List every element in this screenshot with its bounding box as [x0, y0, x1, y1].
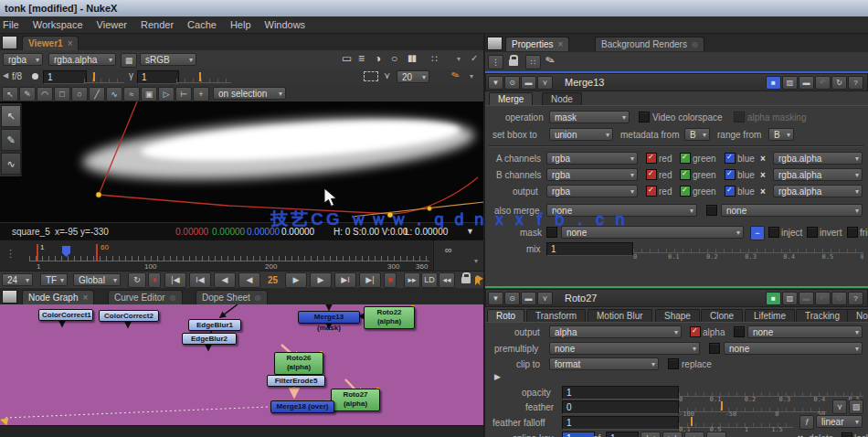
- menu-file[interactable]: File: [3, 19, 19, 30]
- proxy-icon[interactable]: ⋎: [384, 70, 390, 80]
- video-colorspace-checkbox[interactable]: [639, 112, 650, 123]
- node-roto22[interactable]: Roto22(alpha): [364, 306, 415, 329]
- panel-menu-button[interactable]: [2, 290, 17, 304]
- viewer-tab[interactable]: Viewer1 ×: [22, 36, 79, 50]
- float-icon[interactable]: ◎: [255, 291, 261, 304]
- collapse-icon[interactable]: ▼: [488, 76, 503, 90]
- delete-x-icon[interactable]: ×: [798, 433, 803, 437]
- group-expand-icon[interactable]: ▶: [494, 372, 501, 381]
- menu-windows[interactable]: Windows: [265, 19, 306, 30]
- redo-icon[interactable]: ↻: [831, 292, 847, 305]
- collapse-icon[interactable]: ▼: [488, 292, 503, 305]
- roto-output-dropdown[interactable]: alpha: [549, 325, 682, 338]
- colorspace-dropdown[interactable]: sRGB: [140, 53, 196, 66]
- a-red-checkbox[interactable]: [646, 153, 657, 164]
- node-roto26[interactable]: Roto26(alpha): [274, 352, 323, 375]
- float-icon[interactable]: ◎: [692, 37, 698, 51]
- gamma-slider-handle[interactable]: [199, 72, 201, 81]
- clone-tool-icon[interactable]: ▣: [141, 87, 157, 101]
- a-blue-checkbox[interactable]: [725, 153, 736, 164]
- menu-viewer[interactable]: Viewer: [97, 19, 127, 30]
- gamma-slider[interactable]: [176, 70, 231, 83]
- remove-key-button[interactable]: −: [706, 432, 726, 437]
- a-channels-dropdown[interactable]: rgba: [546, 152, 638, 165]
- tab-tracking[interactable]: Tracking: [796, 309, 849, 322]
- b-red-checkbox[interactable]: [646, 169, 657, 180]
- grid-small-icon[interactable]: ▨: [849, 400, 863, 414]
- center-node-icon[interactable]: ⊙: [504, 76, 520, 90]
- mix-slider[interactable]: [633, 240, 863, 253]
- record-icon[interactable]: ●: [148, 272, 161, 288]
- node-filtererode5[interactable]: FilterErode5: [267, 375, 325, 387]
- mask-checkbox[interactable]: [546, 227, 557, 238]
- operation-dropdown[interactable]: mask: [549, 111, 630, 123]
- timeline[interactable]: ⋮ 1 60 1 100 200 300 360 ∞ ▾: [0, 240, 484, 272]
- node-roto27[interactable]: Roto27(alpha): [331, 389, 380, 411]
- b-alpha-dropdown[interactable]: rgba.alpha: [773, 168, 863, 181]
- replace-checkbox[interactable]: [668, 358, 679, 369]
- fringe-checkbox[interactable]: [847, 227, 858, 238]
- channels-dropdown[interactable]: rgba: [3, 53, 43, 66]
- pause-icon[interactable]: ▮▮: [408, 53, 416, 63]
- viewer-canvas[interactable]: ↖ ✎ ∿: [0, 101, 484, 222]
- node-merge18[interactable]: Merge18 (over): [270, 400, 334, 413]
- add-key-button[interactable]: +: [684, 432, 704, 437]
- a-alpha-dropdown[interactable]: rgba.alpha: [773, 152, 863, 165]
- stack-icon[interactable]: ⋮: [488, 55, 503, 69]
- undo-icon[interactable]: ↶: [815, 76, 831, 90]
- curve-tool-icon[interactable]: ∿: [1, 153, 21, 175]
- b-channels-dropdown[interactable]: rgba: [546, 168, 638, 181]
- falloff-type-dropdown[interactable]: linear: [816, 415, 863, 428]
- range-out-marker[interactable]: [96, 244, 98, 261]
- panel-menu-button[interactable]: [2, 36, 17, 49]
- node-edgeblur2[interactable]: EdgeBlur2: [182, 333, 237, 345]
- range-in-marker[interactable]: [37, 244, 38, 261]
- output-channels-dropdown[interactable]: rgba: [546, 185, 638, 197]
- minimize-icon[interactable]: ▬: [521, 76, 536, 90]
- node-title[interactable]: Merge13: [565, 77, 604, 88]
- mask-dropdown[interactable]: none: [561, 226, 744, 239]
- a-alpha-x-icon[interactable]: ×: [760, 154, 766, 164]
- checker-icon[interactable]: ▦: [121, 53, 137, 68]
- layout-rows-icon[interactable]: ≡: [358, 52, 365, 65]
- curves-icon[interactable]: ⋎: [537, 292, 553, 305]
- prev-keyframe-button[interactable]: I◀: [189, 272, 211, 288]
- also-merge-checkbox[interactable]: [706, 205, 717, 216]
- close-icon[interactable]: ×: [82, 291, 88, 304]
- tab-motion-blur[interactable]: Motion Blur: [587, 309, 652, 322]
- stop-icon[interactable]: ■: [384, 272, 397, 288]
- roto-mask-checkbox[interactable]: [734, 326, 745, 337]
- node-color-swatch[interactable]: ■: [766, 292, 781, 305]
- float-icon[interactable]: ◎: [170, 291, 176, 304]
- ellipse-tool-icon[interactable]: ○: [71, 87, 88, 101]
- ring-icon[interactable]: ○: [391, 52, 397, 65]
- spline-point[interactable]: [96, 192, 101, 197]
- output-alpha-x-icon[interactable]: ×: [760, 187, 766, 197]
- gain-input[interactable]: 1: [43, 70, 87, 84]
- node-graph[interactable]: ColorCorrect1 ColorCorrect2 EdgeBlur1 Ed…: [0, 304, 484, 425]
- node-colorcorrect2[interactable]: ColorCorrect2: [99, 310, 159, 322]
- menu-help[interactable]: Help: [230, 19, 251, 30]
- reveal-tool-icon[interactable]: ▷: [158, 87, 175, 101]
- play-backward-button[interactable]: ◀: [238, 272, 260, 288]
- output-alpha-dropdown[interactable]: rgba.alpha: [773, 185, 863, 197]
- first-key-button[interactable]: |◀: [640, 432, 661, 437]
- gain-slider[interactable]: [84, 70, 124, 83]
- goto-end-button[interactable]: ▶|: [359, 272, 381, 288]
- tab-lifetime[interactable]: Lifetime: [745, 309, 795, 322]
- opacity-input[interactable]: 1: [562, 386, 679, 400]
- frame-ruler[interactable]: [29, 248, 429, 261]
- frame-range-dropdown[interactable]: Global: [73, 273, 121, 286]
- drag-handle-icon[interactable]: ⋮: [5, 248, 16, 260]
- output-red-checkbox[interactable]: [646, 186, 657, 197]
- add-point-tool-icon[interactable]: +: [193, 87, 209, 101]
- smear-tool-icon[interactable]: ≈: [123, 87, 140, 101]
- ld-button[interactable]: LD: [421, 272, 438, 288]
- pencil-icon[interactable]: ✎: [450, 69, 461, 82]
- step-back-button[interactable]: ◀: [214, 272, 236, 288]
- center-icon[interactable]: ▬: [799, 292, 814, 305]
- bookmark-icon[interactable]: [475, 275, 483, 285]
- undo-icon[interactable]: ↶: [815, 292, 831, 305]
- wipe-icon[interactable]: ◑: [375, 52, 381, 65]
- tab-roto[interactable]: Roto: [487, 309, 524, 322]
